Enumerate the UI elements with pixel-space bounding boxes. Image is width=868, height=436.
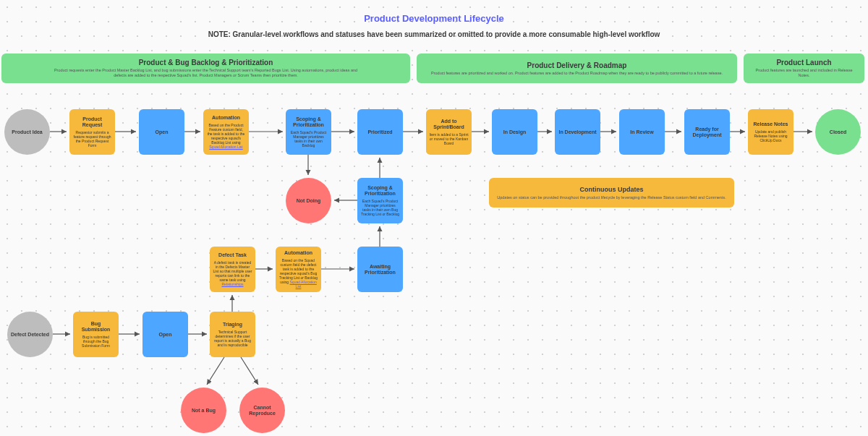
phase-backlog: Product & Bug Backlog & Prioritization P…: [1, 54, 410, 83]
node-open-1: Open: [139, 109, 184, 155]
node-product-idea: Product Idea: [4, 109, 50, 155]
node-defect-detected: Defect Detected: [7, 312, 53, 357]
node-scoping-2: Scoping & PrioritizationEach Squad's Pro…: [357, 178, 403, 223]
continuous-title: Continuous Updates: [580, 186, 644, 193]
phase-backlog-title: Product & Bug Backlog & Prioritization: [139, 59, 273, 67]
node-scoping-1: Scoping & PrioritizationEach Squad's Pro…: [286, 109, 331, 155]
svg-line-22: [207, 357, 224, 385]
node-add-to-sprint: Add to Sprint/BoardItem is added to a Sp…: [426, 109, 472, 155]
page-subtitle: NOTE: Granular-level workflows and statu…: [208, 30, 660, 38]
phase-delivery-title: Product Delivery & Roadmap: [527, 61, 627, 69]
node-product-request: Product RequestRequestor submits a featu…: [69, 109, 115, 155]
page-title: Product Development Lifecycle: [364, 13, 504, 24]
node-defect-task: Defect TaskA defect task is created in t…: [210, 247, 255, 292]
node-prioritized: Prioritized: [357, 109, 403, 155]
node-in-review: In Review: [619, 109, 665, 155]
continuous-desc: Updates on status can be provided throug…: [497, 195, 726, 200]
svg-line-23: [241, 357, 258, 385]
phase-backlog-desc: Product requests enter the Product Maste…: [54, 68, 358, 77]
node-bug-submission: Bug SubmissionBug is submitted through t…: [73, 312, 119, 357]
phase-launch: Product Launch Product features are laun…: [744, 54, 864, 83]
node-closed: Closed: [815, 109, 861, 155]
node-triaging: TriagingTechnical Support determines if …: [210, 312, 255, 357]
phase-delivery: Product Delivery & Roadmap Product featu…: [417, 54, 737, 83]
phase-launch-desc: Product features are launched and includ…: [751, 68, 857, 77]
phase-delivery-desc: Product features are prioritized and wor…: [431, 71, 723, 76]
node-not-doing: Not Doing: [286, 178, 331, 223]
node-ready-deploy: Ready for Deployment: [684, 109, 730, 155]
node-awaiting-prioritization: Awaiting Prioritization: [357, 247, 403, 292]
node-not-a-bug: Not a Bug: [181, 388, 226, 433]
node-cannot-reproduce: Cannot Reproduce: [239, 388, 285, 433]
node-open-2: Open: [142, 312, 188, 357]
node-release-notes: Release NotesUpdate and publish Release …: [748, 109, 793, 155]
node-automation-1: AutomationBased on the Product Feature c…: [203, 109, 249, 155]
node-in-design: In Design: [492, 109, 537, 155]
node-automation-2: AutomationBased on the Squad custom fiel…: [276, 247, 321, 292]
node-continuous-updates: Continuous Updates Updates on status can…: [489, 178, 734, 208]
phase-launch-title: Product Launch: [776, 59, 831, 67]
node-in-development: In Development: [555, 109, 600, 155]
